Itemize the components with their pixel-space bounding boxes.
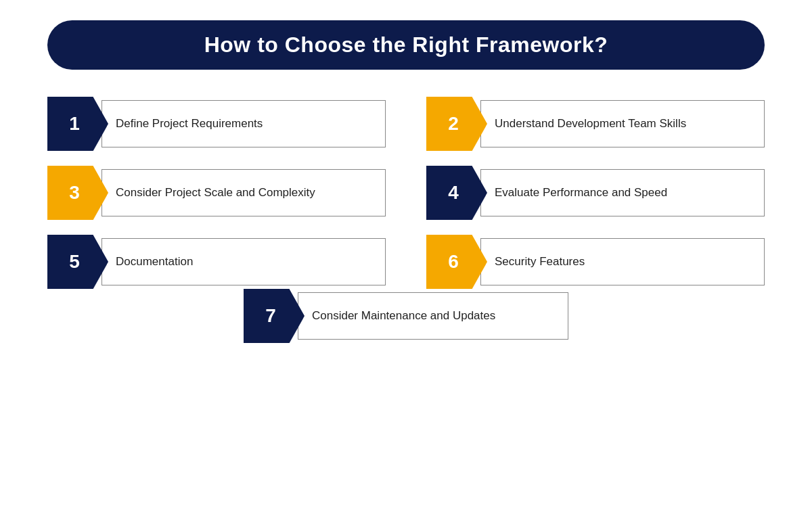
badge-number-6: 6 <box>448 251 459 273</box>
badge-3: 3 <box>47 166 108 220</box>
badge-6: 6 <box>426 235 487 289</box>
page-title: How to Choose the Right Framework? <box>74 32 738 58</box>
badge-2: 2 <box>426 97 487 151</box>
card-box-6: Security Features <box>480 238 765 285</box>
badge-number-1: 1 <box>69 113 80 135</box>
card-label-5: Documentation <box>116 255 193 269</box>
card-box-5: Documentation <box>102 238 386 285</box>
badge-number-7: 7 <box>265 305 276 327</box>
badge-7: 7 <box>244 289 304 343</box>
card-box-4: Evaluate Performance and Speed <box>480 169 765 216</box>
card-1: 1Define Project Requirements <box>47 97 386 151</box>
badge-number-4: 4 <box>448 182 459 204</box>
title-bar: How to Choose the Right Framework? <box>47 20 765 70</box>
card-5: 5Documentation <box>47 235 386 289</box>
card-box-3: Consider Project Scale and Complexity <box>102 169 386 216</box>
card-2: 2Understand Development Team Skills <box>426 97 765 151</box>
card-label-7: Consider Maintenance and Updates <box>312 309 495 323</box>
card-7: 7Consider Maintenance and Updates <box>244 289 568 343</box>
cards-grid: 1Define Project Requirements2Understand … <box>47 97 765 289</box>
card-label-6: Security Features <box>495 255 585 269</box>
card-label-1: Define Project Requirements <box>116 117 263 131</box>
card-box-1: Define Project Requirements <box>102 100 386 147</box>
card-4: 4Evaluate Performance and Speed <box>426 166 765 220</box>
badge-5: 5 <box>47 235 108 289</box>
card-label-4: Evaluate Performance and Speed <box>495 186 667 200</box>
card-box-7: Consider Maintenance and Updates <box>298 292 568 340</box>
card-3: 3Consider Project Scale and Complexity <box>47 166 386 220</box>
badge-number-2: 2 <box>448 113 459 135</box>
badge-number-3: 3 <box>69 182 80 204</box>
card-6: 6Security Features <box>426 235 765 289</box>
card-label-3: Consider Project Scale and Complexity <box>116 186 315 200</box>
badge-number-5: 5 <box>69 251 80 273</box>
card-label-2: Understand Development Team Skills <box>495 117 686 131</box>
card-box-2: Understand Development Team Skills <box>480 100 765 147</box>
badge-4: 4 <box>426 166 487 220</box>
badge-1: 1 <box>47 97 108 151</box>
center-row: 7Consider Maintenance and Updates <box>47 289 765 343</box>
